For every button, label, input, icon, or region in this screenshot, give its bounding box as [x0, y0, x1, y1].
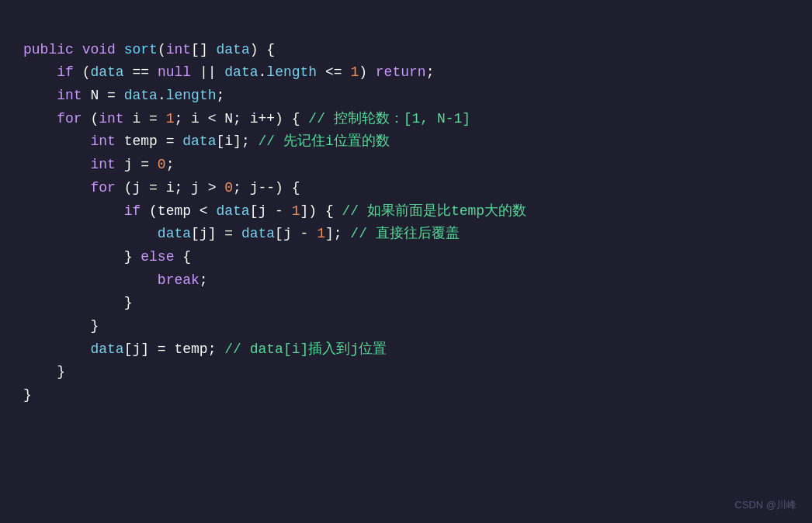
comment-5: // data[i]插入到j位置	[224, 341, 387, 357]
keyword-public: public	[23, 42, 74, 57]
keyword-int-1: int	[57, 88, 82, 103]
keyword-int-3: int	[90, 157, 115, 172]
comment-3: // 如果前面是比temp大的数	[342, 203, 527, 219]
comment-4: // 直接往后覆盖	[350, 226, 459, 241]
keyword-for-1: for	[57, 111, 82, 126]
function-name: sort	[124, 42, 158, 57]
code-block: public void sort(int[] data) { if (data …	[23, 16, 789, 430]
keyword-else: else	[141, 249, 174, 265]
comment-2: // 先记住i位置的数	[259, 133, 390, 149]
watermark: CSDN @川峰	[734, 498, 796, 512]
keyword-if-2: if	[124, 203, 141, 219]
keyword-int-2: int	[90, 133, 115, 149]
keyword-if: if	[57, 64, 74, 80]
keyword-void: void	[82, 42, 116, 57]
keyword-for-2: for	[90, 180, 115, 196]
comment-1: // 控制轮数：[1, N-1]	[308, 111, 470, 126]
code-container: public void sort(int[] data) { if (data …	[0, 0, 812, 523]
keyword-break: break	[158, 272, 200, 288]
